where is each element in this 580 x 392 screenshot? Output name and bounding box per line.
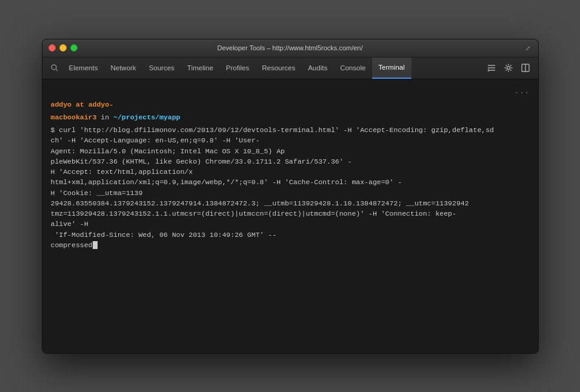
svg-point-0	[52, 65, 56, 70]
terminal-output-11: compressed	[51, 240, 530, 250]
prompt-user: addyo	[51, 101, 72, 108]
terminal-output-1: ch' -H 'Accept-Language: en-US,en;q=0.8'…	[51, 135, 530, 145]
tab-network[interactable]: Network	[104, 58, 142, 79]
window-title: Developer Tools – http://www.html5rocks.…	[217, 44, 362, 51]
terminal-output-5: html+xml,application/xml;q=0.9,image/web…	[51, 177, 530, 187]
titlebar: Developer Tools – http://www.html5rocks.…	[42, 39, 538, 58]
tab-timeline[interactable]: Timeline	[181, 58, 220, 79]
terminal-output-9: alive' -H	[51, 219, 530, 229]
traffic-lights	[48, 44, 78, 51]
terminal-output-4: H 'Accept: text/html,application/x	[51, 167, 530, 177]
svg-line-1	[56, 70, 58, 71]
prompt-in: in	[96, 113, 113, 121]
svg-point-5	[507, 67, 510, 70]
toolbar-right	[485, 58, 535, 79]
tab-audits[interactable]: Audits	[302, 58, 334, 79]
close-button[interactable]	[48, 44, 56, 51]
terminal-output-2: Agent: Mozilla/5.0 (Macintosh; Intel Mac…	[51, 146, 530, 156]
search-area	[46, 58, 63, 79]
nav-tabs: Elements Network Sources Timeline Profil…	[63, 58, 412, 79]
terminal-command: $ curl 'http://blog.dfilimonov.com/2013/…	[51, 125, 530, 135]
prompt-line: addyo at addyo-	[51, 99, 530, 110]
minimize-button[interactable]	[59, 44, 67, 51]
terminal-cursor	[93, 241, 98, 249]
terminal-body[interactable]: ··· addyo at addyo- macbookair3 in ~/pro…	[42, 79, 538, 353]
layout-icon[interactable]	[519, 61, 532, 75]
resize-icon[interactable]: ⤢	[524, 44, 532, 52]
maximize-button[interactable]	[70, 44, 78, 51]
tab-console[interactable]: Console	[334, 58, 372, 79]
terminal-output-3: pleWebKit/537.36 (KHTML, like Gecko) Chr…	[51, 156, 530, 167]
terminal-output-10: 'If-Modified-Since: Wed, 06 Nov 2013 10:…	[51, 230, 530, 240]
prompt-at: at	[72, 101, 88, 108]
tab-sources[interactable]: Sources	[143, 58, 181, 79]
prompt-line-2: macbookair3 in ~/projects/myapp	[51, 112, 530, 122]
tab-profiles[interactable]: Profiles	[220, 58, 256, 79]
prompt-host2: macbookair3	[51, 113, 97, 121]
tab-terminal[interactable]: Terminal	[372, 58, 411, 79]
toolbar: Elements Network Sources Timeline Profil…	[42, 58, 538, 79]
prompt-path: ~/projects/myapp	[113, 113, 180, 121]
devtools-window: Developer Tools – http://www.html5rocks.…	[42, 39, 539, 354]
terminal-dots-menu[interactable]: ···	[514, 87, 529, 99]
terminal-output-6: H 'Cookie: __utma=1139	[51, 188, 530, 198]
terminal-output-7: 29428.63550384.1379243152.1379247914.138…	[51, 198, 530, 208]
prompt-host: addyo-	[88, 101, 113, 108]
search-icon[interactable]	[50, 63, 59, 73]
execute-icon[interactable]	[485, 61, 498, 75]
titlebar-controls: ⤢	[524, 44, 532, 52]
tab-resources[interactable]: Resources	[256, 58, 302, 79]
terminal-output-8: tmz=113929428.1379243152.1.1.utmcsr=(dir…	[51, 208, 530, 219]
settings-icon[interactable]	[502, 61, 515, 75]
tab-elements[interactable]: Elements	[63, 58, 105, 79]
